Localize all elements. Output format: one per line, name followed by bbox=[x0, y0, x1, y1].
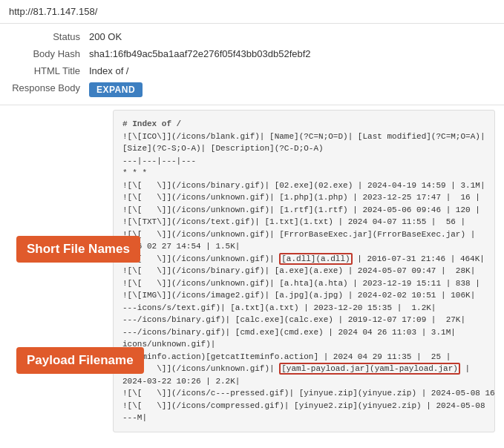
code-line: ---M| bbox=[122, 412, 485, 424]
code-line: ![\[ \]](/icons/unknown.gif)| [FrrorBase… bbox=[122, 228, 485, 241]
code-line: ---/icons/binary.gif)| [cmd.exe](cmd.exe… bbox=[122, 326, 485, 339]
code-line: ![\[ \]](/icons/unknown.gif)| [a.hta](a.… bbox=[122, 277, 485, 290]
html-title-value: Index of / bbox=[89, 65, 128, 76]
code-line: icons/unknown.gif)| bbox=[122, 338, 485, 351]
html-title-row: HTML Title Index of / bbox=[0, 62, 504, 79]
body-hash-value: sha1:16fb49ac5ba1aaf72e276f05f43bb03db52… bbox=[89, 48, 311, 59]
code-line: ![\[ \]](/icons/binary.gif)| [a.exe](a.e… bbox=[122, 265, 485, 277]
response-body-row: Response Body EXPAND bbox=[0, 79, 504, 100]
highlight-yaml: [yaml-payload.jar](yaml-payload.jar) bbox=[279, 363, 460, 375]
response-body-section: # Index of / ![\[ICO\]](/icons/blank.gif… bbox=[0, 105, 504, 432]
code-line: 2016 02 27 14:54 | 1.5K| bbox=[122, 240, 485, 253]
code-line: ---icons/s/text.gif)| [a.txt](a.txt) | 2… bbox=[122, 302, 485, 314]
code-line: ![\[ \]](/icons/unknown.gif)| [a.dll](a.… bbox=[122, 253, 485, 266]
body-hash-row: Body Hash sha1:16fb49ac5ba1aaf72e276f05f… bbox=[0, 45, 504, 62]
meta-section: Status 200 OK Body Hash sha1:16fb49ac5ba… bbox=[0, 24, 504, 105]
code-line: ![\[ \]](/icons/binary.gif)| [02.exe](02… bbox=[122, 179, 485, 192]
status-row: Status 200 OK bbox=[0, 28, 504, 45]
code-line: ![\[ \]](/icons/unknown.gif)| [1.php](1.… bbox=[122, 191, 485, 204]
code-line: ---/icons/binary.gif)| [calc.exe](calc.e… bbox=[122, 314, 485, 326]
code-line: ---|---|---|--- bbox=[122, 155, 485, 168]
code-line: ![\[ \]](/icons/unknown.gif)| [1.rtf](1.… bbox=[122, 204, 485, 217]
code-line: ![\[IMG\]](/icons/image2.gif)| [a.jpg](a… bbox=[122, 289, 485, 302]
expand-button[interactable]: EXPAND bbox=[89, 82, 143, 97]
status-label: Status bbox=[0, 31, 89, 42]
body-hash-label: Body Hash bbox=[0, 48, 89, 59]
code-line: ![\[ICO\]](/icons/blank.gif)| [Name](?C=… bbox=[122, 131, 485, 143]
html-title-label: HTML Title bbox=[0, 65, 89, 76]
code-line: ![\[ \]](/icons/unknown.gif)| [yaml-payl… bbox=[122, 363, 485, 375]
code-line: 2024-03-22 10:26 | 2.2K| bbox=[122, 375, 485, 388]
code-line: ![\[ \]](/icons/compressed.gif)| [yinyue… bbox=[122, 400, 485, 412]
code-line: * * * bbox=[122, 167, 485, 179]
highlight-adll: [a.dll](a.dll) bbox=[279, 253, 352, 265]
code-line: [Size](?C-S;O-A)| [Description](?C-D;O-A… bbox=[122, 142, 485, 155]
code-line: ---.minfo.action)[getcatIteminfo.action]… bbox=[122, 351, 485, 363]
code-block: # Index of / ![\[ICO\]](/icons/blank.gif… bbox=[113, 110, 495, 432]
code-line: ![\[TXT\]](/icons/text.gif)| [1.txt](1.t… bbox=[122, 216, 485, 228]
response-body-label: Response Body bbox=[0, 82, 89, 93]
status-value: 200 OK bbox=[89, 31, 122, 42]
url-text: http://81.71.147.158/ bbox=[9, 6, 97, 17]
short-file-names-annotation: Short File Names bbox=[16, 236, 140, 263]
code-line: ![\[ \]](/icons/c---pressed.gif)| [yinyu… bbox=[122, 387, 485, 400]
url-bar: http://81.71.147.158/ bbox=[0, 0, 504, 24]
payload-filename-annotation: Payload Filename bbox=[16, 347, 144, 374]
code-heading: # Index of / bbox=[122, 118, 485, 131]
